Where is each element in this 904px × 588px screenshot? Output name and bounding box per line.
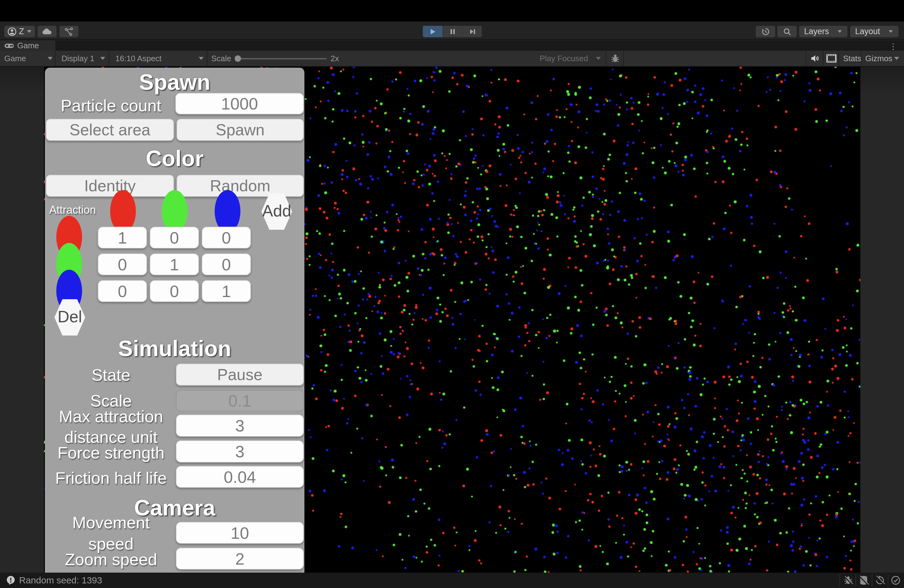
debugger-disabled-button[interactable] <box>843 575 853 587</box>
spawn-button[interactable]: Spawn <box>177 119 304 141</box>
matrix-cell-2-2[interactable]: 1 <box>202 280 251 302</box>
stats-button[interactable]: Stats <box>843 51 861 66</box>
separator <box>839 574 840 586</box>
matrix-cell-0-1[interactable]: 0 <box>150 227 199 248</box>
cloud-button[interactable] <box>38 26 57 37</box>
play-icon <box>428 28 437 36</box>
particle-count-input[interactable]: 1000 <box>175 93 304 114</box>
bug-icon <box>610 53 621 64</box>
add-color-button[interactable]: Add <box>261 193 292 230</box>
game-viewport[interactable]: Spawn Particle count 1000 Select area Sp… <box>44 67 860 573</box>
vsync-button[interactable] <box>826 51 837 66</box>
top-black-strip <box>0 0 904 22</box>
layers-label: Layers <box>804 27 829 36</box>
max-attraction-label-line1: Max attraction <box>48 407 174 426</box>
color-swatch-green-column[interactable] <box>162 190 188 232</box>
delete-color-button[interactable]: Del <box>54 299 85 335</box>
kebab-menu-icon[interactable]: ⋮ <box>889 42 897 51</box>
play-button[interactable] <box>423 26 443 37</box>
matrix-cell-2-0[interactable]: 0 <box>98 280 147 302</box>
matrix-cell-1-1[interactable]: 1 <box>150 253 199 275</box>
play-focused-label: Play Focused <box>540 54 588 63</box>
scale-slider-knob[interactable] <box>235 55 241 62</box>
gizmos-dropdown[interactable]: Gizmos <box>865 51 892 66</box>
select-area-button[interactable]: Select area <box>46 119 174 141</box>
separator <box>861 51 861 66</box>
debug-button[interactable] <box>610 51 621 66</box>
scale-slider-track[interactable] <box>241 58 327 59</box>
matrix-cell-1-2[interactable]: 0 <box>202 253 251 275</box>
cache-server-disabled-button[interactable] <box>858 575 869 587</box>
chevron-down-icon <box>894 57 899 60</box>
chevron-down-icon <box>596 57 601 60</box>
status-message[interactable]: Random seed: 1393 <box>19 575 102 586</box>
activity-ok-indicator[interactable] <box>890 575 901 587</box>
separator <box>806 51 806 66</box>
matrix-cell-0-0[interactable]: 1 <box>98 227 147 248</box>
layers-dropdown[interactable]: Layers <box>799 26 847 37</box>
matrix-cell-2-1[interactable]: 0 <box>150 280 199 302</box>
chevron-down-icon <box>47 57 52 60</box>
console-message-icon[interactable] <box>6 575 16 586</box>
aspect-dropdown[interactable]: 16:10 Aspect <box>115 51 161 66</box>
game-mode-label: Game <box>4 54 26 63</box>
movement-speed-input[interactable]: 10 <box>176 522 304 544</box>
attraction-label: Attraction <box>45 204 100 217</box>
branch-icon <box>64 27 73 36</box>
mute-audio-button[interactable] <box>809 51 820 66</box>
zoom-speed-label: Zoom speed <box>48 550 174 569</box>
pause-icon <box>449 28 456 35</box>
movement-speed-label-line1: Movement <box>48 513 174 532</box>
separator <box>109 51 109 66</box>
friction-half-life-input[interactable]: 0.04 <box>176 466 304 488</box>
search-icon <box>782 27 792 36</box>
speaker-icon <box>809 53 820 64</box>
force-strength-label: Force strength <box>48 443 174 462</box>
state-label: State <box>48 365 174 384</box>
separator <box>207 51 207 66</box>
chevron-down-icon <box>838 30 842 33</box>
bug-slash-icon <box>843 575 853 586</box>
del-button-label: Del <box>57 307 82 326</box>
gamepad-icon <box>4 43 14 49</box>
play-focused-dropdown[interactable]: Play Focused <box>540 51 588 66</box>
scale-value: 2x <box>330 54 339 63</box>
undo-history-button[interactable] <box>756 26 775 37</box>
status-bar: Random seed: 1393 <box>0 573 904 588</box>
display-label: Display 1 <box>62 54 95 63</box>
force-strength-input[interactable]: 3 <box>176 440 304 463</box>
game-mode-dropdown[interactable]: Game <box>4 51 26 66</box>
step-button[interactable] <box>462 26 482 37</box>
pause-button[interactable] <box>443 26 462 37</box>
matrix-cell-1-0[interactable]: 0 <box>98 253 147 275</box>
check-circle-icon <box>890 575 901 586</box>
display-dropdown[interactable]: Display 1 <box>62 51 95 66</box>
version-control-button[interactable] <box>59 26 78 37</box>
gizmos-label: Gizmos <box>865 54 892 63</box>
auto-refresh-disabled-button[interactable] <box>875 575 885 587</box>
simulation-section-title: Simulation <box>45 336 304 361</box>
color-swatch-red-column[interactable] <box>110 190 136 232</box>
state-pause-button[interactable]: Pause <box>176 364 304 386</box>
spawn-section-title: Spawn <box>45 70 304 95</box>
film-frame-icon <box>826 54 837 63</box>
unity-editor: Z Layers Layout <box>0 0 904 588</box>
identity-button[interactable]: Identity <box>46 175 174 197</box>
database-slash-icon <box>858 575 869 586</box>
max-attraction-input[interactable]: 3 <box>176 414 304 437</box>
color-section-title: Color <box>45 146 304 171</box>
color-swatch-blue-column[interactable] <box>215 190 240 232</box>
tab-game[interactable]: Game <box>0 41 55 51</box>
separator <box>839 51 839 66</box>
cloud-icon <box>42 28 52 36</box>
matrix-cell-0-2[interactable]: 0 <box>202 227 251 248</box>
search-button[interactable] <box>777 26 797 37</box>
separator <box>888 574 888 586</box>
separator <box>605 51 606 66</box>
zoom-speed-input[interactable]: 2 <box>176 548 304 569</box>
account-button[interactable]: Z <box>4 26 35 37</box>
friction-half-life-label: Friction half life <box>48 468 174 487</box>
separator <box>623 51 624 66</box>
editor-stage: Spawn Particle count 1000 Select area Sp… <box>0 67 904 573</box>
layout-dropdown[interactable]: Layout <box>850 26 898 37</box>
